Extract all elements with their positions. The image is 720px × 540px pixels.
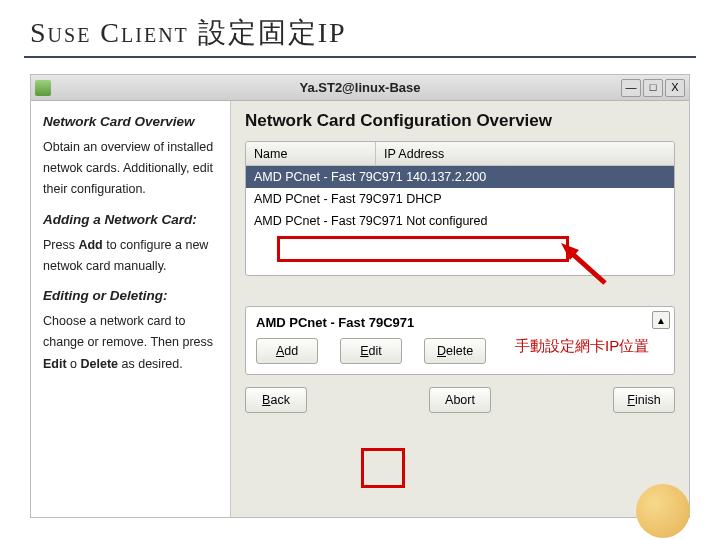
config-title: Network Card Configuration Overview [245,111,675,131]
slide-title: Suse Client 設定固定IP [0,0,720,56]
config-pane: Network Card Configuration Overview Name… [231,101,689,517]
help-heading-add: Adding a Network Card: [43,209,218,232]
add-button[interactable]: Add [256,338,318,364]
delete-button[interactable]: Delete [424,338,486,364]
col-ip[interactable]: IP Address [376,147,674,161]
back-button[interactable]: Back [245,387,307,413]
help-pane: Network Card Overview Obtain an overview… [31,101,231,517]
abort-button[interactable]: Abort [429,387,491,413]
help-text-add: Press Add to configure a new netwok card… [43,235,218,278]
table-row[interactable]: AMD PCnet - Fast 79C971 Not configured [246,210,674,232]
col-name[interactable]: Name [246,142,376,165]
decorative-circle [636,484,690,538]
selected-device: AMD PCnet - Fast 79C971 [256,315,664,330]
nav-buttons: Back Abort Finish [245,387,675,413]
help-heading-overview: Network Card Overview [43,111,218,134]
help-text-overview: Obtain an overview of installed netwok c… [43,137,218,201]
help-text-edit: Choose a network card to change or remov… [43,311,218,375]
table-header: Name IP Address [246,142,674,166]
slide-rule [24,56,696,58]
annotation-label: 手動設定網卡IP位置 [515,337,649,356]
finish-button[interactable]: Finish [613,387,675,413]
help-heading-edit: Editing or Deleting: [43,285,218,308]
window-controls: — □ X [621,79,685,97]
scroll-up-icon[interactable]: ▲ [652,311,670,329]
window-title: Ya.ST2@linux-Base [299,80,420,95]
table-row[interactable]: AMD PCnet - Fast 79C971 140.137.2.200 [246,166,674,188]
content-area: Network Card Overview Obtain an overview… [31,101,689,517]
maximize-button[interactable]: □ [643,79,663,97]
edit-button[interactable]: Edit [340,338,402,364]
yast-window: Ya.ST2@linux-Base — □ X Network Card Ove… [30,74,690,518]
minimize-button[interactable]: — [621,79,641,97]
app-icon [35,80,51,96]
close-button[interactable]: X [665,79,685,97]
network-card-table: Name IP Address AMD PCnet - Fast 79C971 … [245,141,675,276]
table-row[interactable]: AMD PCnet - Fast 79C971 DHCP [246,188,674,210]
titlebar: Ya.ST2@linux-Base — □ X [31,75,689,101]
